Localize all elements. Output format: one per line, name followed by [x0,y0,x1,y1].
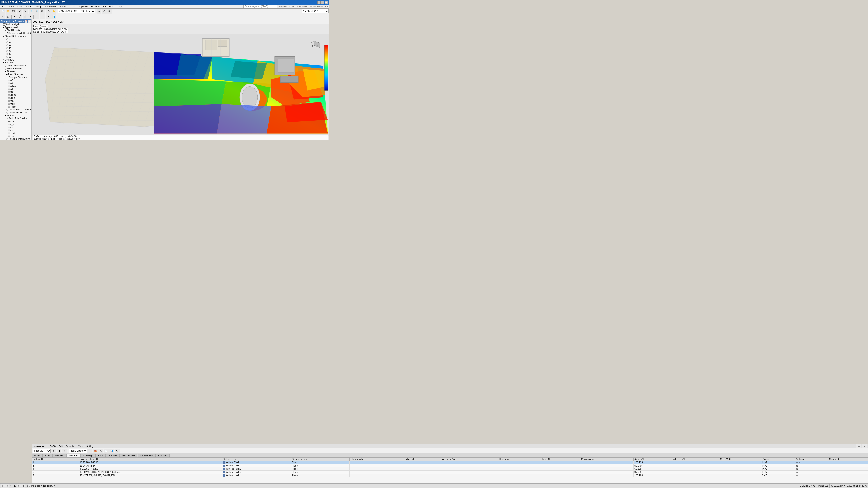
menu-window[interactable]: Window [90,5,101,8]
global-combo[interactable]: 1 - Global XYZ [302,9,329,13]
support-button[interactable]: ⊥ [34,14,39,19]
nav-strains[interactable]: ▼ Strains [0,114,31,117]
nav-sigma+[interactable]: σ+ [0,82,31,85]
nav-u-abs[interactable]: |u| [0,38,31,41]
select-button[interactable]: ↖ [0,14,5,19]
nav-surfaces[interactable]: ▼ Surfaces [0,61,31,64]
menu-tools[interactable]: Tools [69,5,78,8]
nav-basic-stresses[interactable]: ▶ Basic Stresses [0,73,31,76]
nav-sigma1-[interactable]: σ1- [0,88,31,91]
nav-close-button[interactable]: ✕ [28,20,31,23]
radio-icon[interactable] [6,138,8,140]
nav-final-results[interactable]: Final Results [0,29,31,32]
node-button[interactable]: ● [12,14,17,19]
radio-icon[interactable] [8,91,10,93]
expand-icon[interactable]: ▼ [6,118,8,120]
surface-button[interactable]: ⬜ [23,14,28,19]
solid-button[interactable]: ■ [28,14,33,19]
nav-sigma-z+[interactable]: σZ+ [0,79,31,82]
radio-icon[interactable] [6,112,8,113]
load-button[interactable]: ↓ [39,14,44,19]
nav-ex+[interactable]: εx+ [0,120,31,123]
loadcase-combo[interactable]: CO2 - LC1 + LC2 + LC3 + LC4 [58,9,95,13]
nav-elastic-stress[interactable]: Elastic Stress Components [0,108,31,111]
radio-icon[interactable] [6,38,8,40]
nav-gxy+[interactable]: γxy+ [0,132,31,135]
radio-icon[interactable] [8,79,10,81]
zoom-in-button[interactable]: 🔍 [29,9,34,13]
nav-stresses[interactable]: ▼ Stresses [0,70,31,73]
nav-internal-forces[interactable]: Internal Forces [0,67,31,70]
radio-icon[interactable] [8,86,10,87]
radio-icon[interactable] [8,129,10,131]
open-button[interactable]: 📂 [6,9,11,13]
radio-icon[interactable] [6,109,8,111]
nav-tmax[interactable]: Tmax [0,105,31,108]
nav-theta-m[interactable]: θm [0,99,31,102]
radio-icon[interactable] [6,44,8,46]
menu-view[interactable]: View [16,5,24,8]
nav-static-analysis[interactable]: ✓ Static Analysis [0,23,31,26]
nav-theta-ms[interactable]: θms [0,102,31,105]
nav-ex-[interactable]: εx- [0,126,31,129]
nav-members[interactable]: ▶ Members [0,58,31,61]
menu-results[interactable]: Results [58,5,69,8]
nav-sigma1s[interactable]: σ1-s [0,96,31,99]
nav-ux[interactable]: ux [0,41,31,43]
wire-button[interactable]: ⬡ [102,9,107,13]
search-input[interactable] [243,5,277,8]
radio-icon[interactable] [8,124,10,125]
nav-phix[interactable]: φx [0,50,31,53]
close-button[interactable]: ✕ [324,1,328,4]
radio-icon[interactable] [4,33,6,34]
radio-icon[interactable] [6,53,8,55]
pan-button[interactable]: ✋ [51,9,56,13]
nav-theta-s[interactable]: θs [0,91,31,94]
box-select-button[interactable]: ⬚ [6,14,11,19]
radio-icon[interactable] [4,65,6,67]
expand-icon[interactable]: ▼ [3,62,4,64]
nav-equiv-stresses[interactable]: Equivalent Stresses [0,111,31,114]
menu-calculate[interactable]: Calculate [44,5,57,8]
expand-icon[interactable]: ▼ [3,35,4,37]
render-button[interactable]: ■ [96,9,101,13]
expand-icon[interactable]: ▼ [6,76,8,78]
radio-icon[interactable] [6,41,8,43]
undo-button[interactable]: ↶ [18,9,22,13]
radio-icon[interactable] [8,106,10,108]
new-button[interactable]: 📄 [0,9,5,13]
radio-icon[interactable] [8,103,10,105]
rotate-button[interactable]: ↻ [46,9,51,13]
radio-icon[interactable] [8,132,10,134]
menu-options[interactable]: Options [78,5,89,8]
nav-global-deformations[interactable]: ▼ Global Deformations [0,35,31,38]
nav-sigma1m[interactable]: σ1-m [0,85,31,88]
line-button[interactable]: ╱ [18,14,22,19]
nav-uz[interactable]: uz [0,46,31,50]
nav-phiy[interactable]: φy [0,53,31,55]
nav-pin-button[interactable]: 📌 [25,20,27,23]
nav-type-of-results[interactable]: ▼ Type of results [0,26,31,29]
radio-icon[interactable] [8,97,10,99]
menu-cad-bim[interactable]: CAD-BIM [102,5,115,8]
static-analysis-check[interactable]: ✓ [3,24,5,26]
results-button[interactable]: 📊 [51,14,56,19]
save-button[interactable]: 💾 [11,9,16,13]
menu-assign[interactable]: Assign [33,5,43,8]
expand-icon[interactable]: ▼ [4,70,6,72]
nav-basic-total-strains[interactable]: ▼ Basic Total Strains [0,117,31,120]
nav-principal-stresses[interactable]: ▼ Principal Stresses [0,76,31,79]
nav-local-deformations[interactable]: Local Deformations [0,64,31,67]
menu-edit[interactable]: Edit [8,5,15,8]
radio-icon[interactable] [6,56,8,58]
minimize-button[interactable]: _ [317,1,320,4]
zoom-all-button[interactable]: ⊡ [39,9,44,13]
radio-icon[interactable] [8,135,10,137]
nav-principal-total[interactable]: Principal Total Strains [0,138,31,140]
run-calc-button[interactable]: ▶ [46,14,51,19]
radio-icon[interactable] [8,127,10,128]
radio-icon[interactable] [4,68,6,70]
expand-icon[interactable]: ▶ [3,59,4,61]
menu-help[interactable]: Help [116,5,123,8]
radio-icon[interactable] [8,83,10,84]
